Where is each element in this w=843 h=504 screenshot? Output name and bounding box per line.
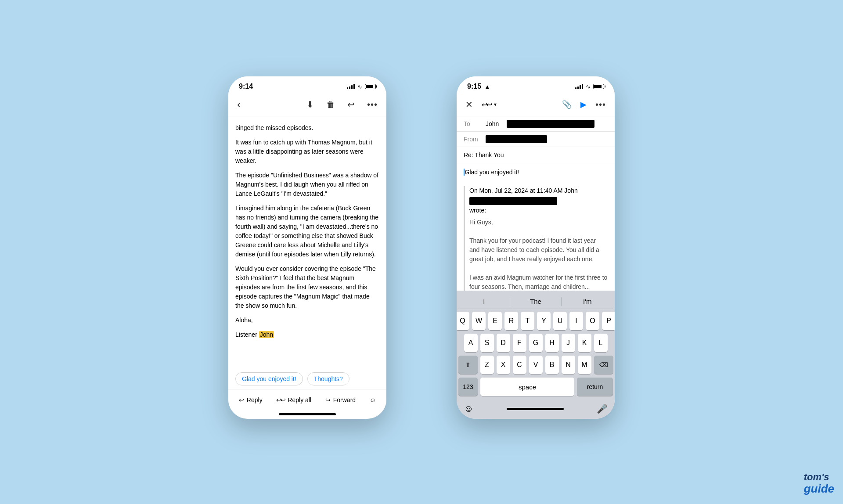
key-M[interactable]: M bbox=[578, 356, 591, 374]
email-para-4: I imagined him along in the cafeteria (B… bbox=[235, 204, 379, 259]
key-O[interactable]: O bbox=[586, 312, 599, 330]
key-W[interactable]: W bbox=[472, 312, 486, 330]
key-Q[interactable]: Q bbox=[457, 312, 469, 330]
key-D[interactable]: D bbox=[497, 334, 510, 352]
wifi-icon-right: ∿ bbox=[586, 83, 591, 90]
key-T[interactable]: T bbox=[521, 312, 534, 330]
quick-reply-1[interactable]: Glad you enjoyed it! bbox=[235, 372, 303, 385]
key-K[interactable]: K bbox=[578, 334, 591, 352]
more-icon-right: ••• bbox=[595, 100, 606, 110]
home-indicator-right bbox=[507, 408, 564, 410]
archive-icon: ⬇ bbox=[306, 99, 314, 110]
trash-icon: 🗑 bbox=[326, 100, 335, 110]
right-phone: 9:15 ▲ ∿ ✕ ↩↩ bbox=[457, 76, 615, 419]
email-para-5: Would you ever consider covering the epi… bbox=[235, 264, 379, 310]
action-bar-left: ↩ Reply ↩↩ Reply all ↪ Forward ☺ bbox=[228, 389, 386, 410]
home-indicator-left bbox=[279, 413, 336, 415]
key-N[interactable]: N bbox=[562, 356, 575, 374]
trash-button[interactable]: 🗑 bbox=[324, 98, 337, 112]
shift-key[interactable]: ⇧ bbox=[458, 356, 478, 374]
back-button[interactable] bbox=[235, 97, 242, 112]
quoted-body-2: Thank you for your podcast! I found it l… bbox=[469, 236, 608, 264]
key-S[interactable]: S bbox=[480, 334, 494, 352]
email-content-left: binged the missed episodes. It was fun t… bbox=[228, 116, 386, 369]
predictive-2[interactable]: The bbox=[510, 297, 562, 306]
key-E[interactable]: E bbox=[488, 312, 502, 330]
key-G[interactable]: G bbox=[529, 334, 543, 352]
from-address-redacted bbox=[486, 135, 547, 143]
wifi-icon-left: ∿ bbox=[357, 83, 362, 90]
email-para-2: It was fun to catch up with Thomas Magnu… bbox=[235, 138, 379, 166]
archive-button[interactable]: ⬇ bbox=[305, 97, 316, 112]
battery-icon-left bbox=[365, 84, 376, 89]
more-button-right[interactable]: ••• bbox=[594, 98, 608, 112]
key-A[interactable]: A bbox=[464, 334, 478, 352]
to-name-text: John bbox=[486, 120, 499, 127]
back-icon bbox=[237, 98, 241, 111]
more-button-left[interactable]: ••• bbox=[365, 98, 379, 112]
emoji-button[interactable]: ☺ bbox=[365, 394, 380, 406]
email-para-3: The episode "Unfinished Business" was a … bbox=[235, 171, 379, 198]
left-phone: 9:14 ∿ bbox=[228, 76, 386, 419]
status-bar-left: 9:14 ∿ bbox=[228, 76, 386, 93]
microphone-icon[interactable]: 🎤 bbox=[597, 403, 608, 414]
emoji-icon: ☺ bbox=[370, 396, 376, 403]
forward-label: Forward bbox=[333, 396, 356, 403]
more-icon-left: ••• bbox=[367, 100, 378, 110]
reply-menu-icon: ↩ bbox=[347, 99, 355, 110]
forward-button[interactable]: ↪ Forward bbox=[321, 394, 360, 406]
key-B[interactable]: B bbox=[545, 356, 559, 374]
compose-typed-text: Glad you enjoyed it! bbox=[464, 168, 608, 177]
attachment-button[interactable]: 📎 bbox=[560, 98, 573, 111]
reply-button[interactable]: ↩ Reply bbox=[234, 394, 267, 406]
compose-dropdown-icon: ▾ bbox=[494, 101, 497, 108]
email-para-6: Aloha, bbox=[235, 316, 379, 325]
from-label: From bbox=[464, 136, 481, 143]
delete-key[interactable]: ⌫ bbox=[594, 356, 613, 374]
close-icon: ✕ bbox=[465, 99, 473, 110]
status-bar-right: 9:15 ▲ ∿ bbox=[457, 76, 615, 93]
key-L[interactable]: L bbox=[594, 334, 608, 352]
emoji-keyboard-icon[interactable]: ☺ bbox=[464, 403, 473, 414]
key-R[interactable]: R bbox=[504, 312, 518, 330]
predictive-bar: I The I'm bbox=[458, 294, 613, 309]
nums-key[interactable]: 123 bbox=[458, 378, 478, 396]
key-J[interactable]: J bbox=[562, 334, 575, 352]
text-cursor bbox=[464, 169, 465, 176]
email-toolbar-left: ⬇ 🗑 ↩ ••• bbox=[228, 93, 386, 116]
close-button[interactable]: ✕ bbox=[464, 97, 475, 112]
return-key[interactable]: return bbox=[577, 378, 613, 396]
compose-body[interactable]: Glad you enjoyed it! On Mon, Jul 22, 202… bbox=[457, 163, 615, 291]
send-button[interactable]: ▶ bbox=[579, 98, 588, 111]
keyboard-bottom-bar: ☺ 🎤 bbox=[458, 400, 613, 419]
status-icons-right: ∿ bbox=[575, 83, 604, 90]
reply-menu-button[interactable]: ↩ bbox=[346, 97, 357, 112]
highlighted-name: John bbox=[259, 331, 274, 338]
reply-all-button[interactable]: ↩↩ Reply all bbox=[272, 394, 316, 406]
reply-all-icon: ↩↩ bbox=[276, 396, 285, 403]
key-row-3: ⇧ Z X C V B N M ⌫ bbox=[458, 356, 613, 374]
predictive-3[interactable]: I'm bbox=[562, 297, 613, 306]
status-time-left: 9:14 bbox=[239, 83, 253, 90]
compose-from-row: From bbox=[457, 132, 615, 147]
key-H[interactable]: H bbox=[545, 334, 559, 352]
key-I[interactable]: I bbox=[569, 312, 583, 330]
location-icon: ▲ bbox=[484, 83, 490, 90]
quick-reply-2[interactable]: Thoughts? bbox=[307, 372, 349, 385]
signal-icon-left bbox=[347, 84, 355, 89]
attachment-icon: 📎 bbox=[562, 100, 572, 109]
key-P[interactable]: P bbox=[602, 312, 615, 330]
compose-to-row: To John bbox=[457, 116, 615, 132]
key-Y[interactable]: Y bbox=[537, 312, 551, 330]
reply-all-label: Reply all bbox=[288, 396, 311, 403]
key-F[interactable]: F bbox=[513, 334, 526, 352]
to-address-redacted bbox=[507, 120, 594, 128]
key-X[interactable]: X bbox=[497, 356, 510, 374]
predictive-1[interactable]: I bbox=[458, 297, 510, 306]
space-key[interactable]: space bbox=[480, 378, 574, 396]
listener-prefix: Listener bbox=[235, 331, 259, 338]
key-V[interactable]: V bbox=[529, 356, 543, 374]
key-U[interactable]: U bbox=[553, 312, 567, 330]
key-Z[interactable]: Z bbox=[480, 356, 494, 374]
key-C[interactable]: C bbox=[513, 356, 526, 374]
